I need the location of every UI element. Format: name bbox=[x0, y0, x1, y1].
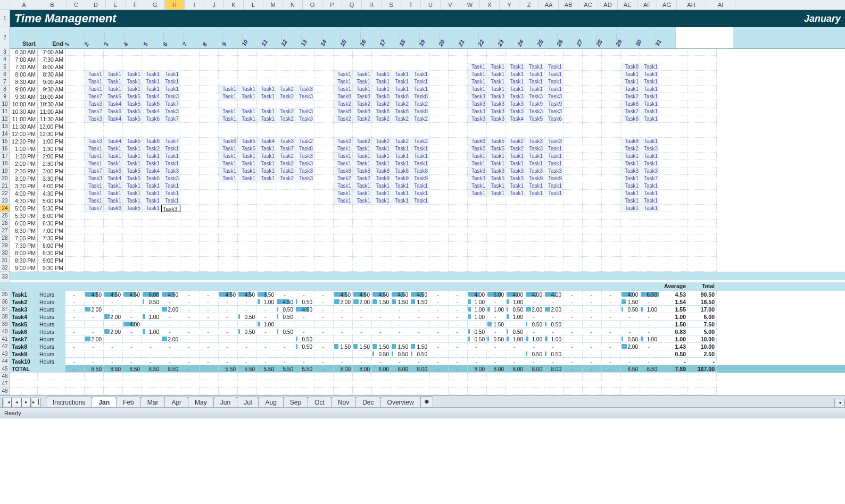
summary-cell[interactable]: 2.00 bbox=[85, 335, 104, 343]
time-cell[interactable] bbox=[257, 227, 276, 234]
summary-cell[interactable]: - bbox=[410, 321, 429, 328]
time-cell[interactable] bbox=[429, 63, 449, 71]
time-cell[interactable] bbox=[468, 264, 487, 272]
summary-cell[interactable]: - bbox=[257, 335, 276, 343]
time-cell[interactable] bbox=[65, 108, 85, 115]
time-cell[interactable] bbox=[200, 175, 219, 182]
time-cell[interactable] bbox=[544, 48, 564, 56]
summary-cell[interactable]: - bbox=[410, 358, 429, 365]
time-cell[interactable]: Task1 bbox=[544, 78, 564, 86]
summary-cell[interactable]: - bbox=[564, 328, 583, 335]
col-header[interactable]: M bbox=[263, 0, 283, 10]
time-cell[interactable]: Task2 bbox=[410, 115, 429, 123]
time-cell[interactable] bbox=[142, 56, 161, 63]
time-cell[interactable] bbox=[449, 138, 468, 145]
col-header[interactable]: J bbox=[204, 0, 224, 10]
summary-cell[interactable]: - bbox=[65, 291, 85, 298]
time-cell[interactable] bbox=[123, 227, 142, 234]
time-cell[interactable] bbox=[142, 130, 161, 138]
col-header[interactable]: C bbox=[67, 0, 86, 10]
summary-cell[interactable]: - bbox=[372, 306, 391, 313]
time-cell[interactable]: Task3 bbox=[468, 175, 487, 182]
time-cell[interactable]: Task2 bbox=[276, 175, 295, 182]
time-cell[interactable]: Task1 bbox=[104, 78, 123, 86]
time-cell[interactable] bbox=[200, 145, 219, 153]
col-header[interactable]: H bbox=[165, 0, 185, 10]
time-cell[interactable] bbox=[334, 234, 353, 242]
time-cell[interactable] bbox=[200, 115, 219, 123]
summary-cell[interactable]: 1.00 bbox=[640, 306, 659, 313]
row-number[interactable]: 18 bbox=[0, 160, 10, 167]
time-cell[interactable]: Task1 bbox=[334, 86, 353, 93]
summary-cell[interactable]: - bbox=[564, 335, 583, 343]
time-cell[interactable] bbox=[295, 48, 314, 56]
time-cell[interactable] bbox=[257, 242, 276, 249]
summary-cell[interactable]: 4.50 bbox=[161, 291, 180, 298]
summary-cell[interactable]: - bbox=[429, 313, 449, 321]
time-cell[interactable] bbox=[238, 71, 257, 78]
time-cell[interactable] bbox=[200, 71, 219, 78]
time-cell[interactable]: Task5 bbox=[238, 145, 257, 153]
summary-cell[interactable]: - bbox=[295, 350, 314, 358]
time-cell[interactable]: Task1 bbox=[621, 182, 640, 190]
time-cell[interactable] bbox=[219, 220, 238, 227]
hscroll-left-icon[interactable]: ◂ bbox=[834, 399, 845, 407]
time-cell[interactable] bbox=[621, 130, 640, 138]
time-cell[interactable] bbox=[200, 205, 219, 212]
summary-cell[interactable]: - bbox=[104, 358, 123, 365]
summary-cell[interactable]: 2.00 bbox=[85, 306, 104, 313]
time-cell[interactable] bbox=[257, 197, 276, 205]
time-cell[interactable] bbox=[564, 264, 583, 272]
time-cell[interactable]: Task9 bbox=[410, 175, 429, 182]
time-cell[interactable]: Task1 bbox=[257, 108, 276, 115]
summary-cell[interactable]: - bbox=[161, 321, 180, 328]
time-cell[interactable] bbox=[180, 115, 200, 123]
time-cell[interactable]: Task9 bbox=[372, 175, 391, 182]
summary-cell[interactable]: - bbox=[602, 291, 621, 298]
time-cell[interactable]: Task5 bbox=[123, 100, 142, 108]
time-cell[interactable] bbox=[200, 182, 219, 190]
row-number[interactable]: 16 bbox=[0, 145, 10, 153]
summary-cell[interactable]: 8.50 bbox=[85, 365, 104, 373]
time-cell[interactable] bbox=[353, 212, 372, 220]
time-cell[interactable]: Task8 bbox=[621, 100, 640, 108]
summary-cell[interactable]: - bbox=[65, 298, 85, 306]
summary-cell[interactable]: - bbox=[525, 343, 544, 350]
time-cell[interactable] bbox=[583, 108, 602, 115]
time-cell[interactable] bbox=[85, 242, 104, 249]
summary-cell[interactable]: 8.50 bbox=[621, 365, 640, 373]
time-cell[interactable] bbox=[314, 153, 334, 160]
time-cell[interactable] bbox=[219, 197, 238, 205]
summary-cell[interactable]: 0.50 bbox=[621, 306, 640, 313]
time-cell[interactable] bbox=[257, 63, 276, 71]
summary-cell[interactable]: - bbox=[180, 358, 200, 365]
time-cell[interactable]: Task1 bbox=[142, 205, 161, 212]
row-number[interactable]: 42 bbox=[0, 343, 10, 350]
time-cell[interactable] bbox=[334, 227, 353, 234]
time-cell[interactable] bbox=[640, 48, 659, 56]
time-cell[interactable]: Task1 bbox=[640, 190, 659, 197]
row-number[interactable]: 26 bbox=[0, 220, 10, 227]
col-header[interactable]: U bbox=[421, 0, 441, 10]
time-cell[interactable]: Task1 bbox=[123, 153, 142, 160]
summary-cell[interactable]: - bbox=[506, 358, 525, 365]
time-cell[interactable] bbox=[85, 234, 104, 242]
time-cell[interactable] bbox=[200, 160, 219, 167]
summary-cell[interactable]: - bbox=[372, 321, 391, 328]
time-cell[interactable]: Task1 bbox=[372, 190, 391, 197]
summary-cell[interactable]: 2.00 bbox=[353, 298, 372, 306]
summary-cell[interactable]: 1.50 bbox=[372, 343, 391, 350]
time-cell[interactable] bbox=[200, 130, 219, 138]
time-cell[interactable]: Task1 bbox=[219, 115, 238, 123]
time-cell[interactable] bbox=[353, 227, 372, 234]
time-cell[interactable] bbox=[65, 145, 85, 153]
time-cell[interactable] bbox=[583, 167, 602, 175]
summary-cell[interactable]: - bbox=[583, 365, 602, 373]
time-cell[interactable]: Task2 bbox=[468, 145, 487, 153]
time-cell[interactable] bbox=[123, 220, 142, 227]
time-cell[interactable] bbox=[506, 227, 525, 234]
time-cell[interactable] bbox=[525, 249, 544, 257]
summary-cell[interactable]: - bbox=[180, 306, 200, 313]
time-cell[interactable] bbox=[65, 138, 85, 145]
summary-cell[interactable]: 0.50 bbox=[276, 306, 295, 313]
